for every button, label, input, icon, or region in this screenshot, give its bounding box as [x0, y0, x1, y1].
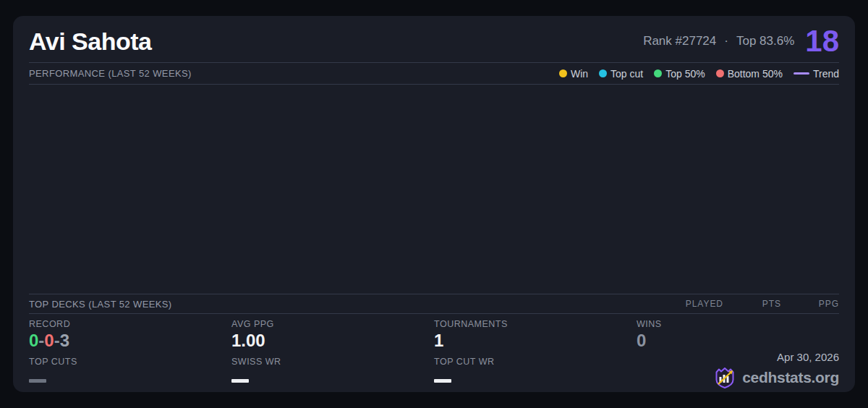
top-cut-dot-icon — [599, 69, 607, 77]
win-dot-icon — [559, 69, 567, 77]
record-draws: 3 — [60, 331, 69, 350]
bottom-50-dot-icon — [716, 69, 724, 77]
rank-area: Rank #27724 · Top 83.6% 18 — [643, 26, 839, 56]
column-ppg: PPG — [781, 299, 839, 309]
top-decks-columns: PLAYED PTS PPG — [665, 299, 839, 309]
record-label: RECORD — [29, 319, 231, 329]
avg-ppg-value: 1.00 — [231, 331, 434, 350]
chart-legend: Win Top cut Top 50% Bottom 50% Trend — [559, 68, 839, 80]
legend-label: Bottom 50% — [728, 68, 783, 80]
tournaments-value: 1 — [434, 331, 637, 350]
card-header: Avi Sahota Rank #27724 · Top 83.6% 18 — [29, 16, 839, 62]
top-cut-wr-label: TOP CUT WR — [434, 357, 637, 367]
column-played: PLAYED — [665, 299, 723, 309]
stat-top-cuts: TOP CUTS — [29, 357, 231, 397]
top-cut-wr-value — [434, 379, 451, 383]
stats-grid: RECORD 0-0-3 AVG PPG 1.00 TOURNAMENTS 1 … — [29, 314, 839, 397]
player-name: Avi Sahota — [29, 27, 151, 56]
top-cuts-label: TOP CUTS — [29, 357, 231, 367]
record-separator: - — [54, 331, 60, 350]
top-cuts-value — [29, 379, 46, 383]
cedhstats-logo-icon — [713, 366, 736, 389]
brand: cedhstats.org — [713, 366, 839, 389]
record-value: 0-0-3 — [29, 331, 231, 350]
top-percent-label: Top 83.6% — [736, 34, 794, 48]
tournaments-label: TOURNAMENTS — [434, 319, 637, 329]
column-pts: PTS — [723, 299, 781, 309]
record-losses: 0 — [44, 331, 54, 350]
stat-record: RECORD 0-0-3 — [29, 319, 231, 357]
top-decks-header-row: TOP DECKS (LAST 52 WEEKS) PLAYED PTS PPG — [29, 294, 839, 314]
wins-value: 0 — [637, 331, 839, 350]
site-name: cedhstats.org — [742, 369, 839, 386]
swiss-wr-value — [231, 379, 249, 383]
legend-label: Top cut — [610, 68, 643, 80]
trend-line-icon — [793, 72, 809, 75]
legend-item-trend: Trend — [793, 68, 839, 80]
stat-top-cut-wr: TOP CUT WR — [434, 357, 637, 397]
legend-label: Trend — [813, 68, 839, 80]
legend-item-top-50: Top 50% — [654, 68, 705, 80]
top-decks-title: TOP DECKS (LAST 52 WEEKS) — [29, 299, 172, 310]
player-stats-card: Avi Sahota Rank #27724 · Top 83.6% 18 PE… — [13, 16, 855, 392]
performance-title: PERFORMANCE (LAST 52 WEEKS) — [29, 68, 192, 79]
player-score: 18 — [805, 26, 839, 56]
performance-chart-area — [29, 85, 839, 294]
legend-item-bottom-50: Bottom 50% — [716, 68, 783, 80]
rank-label: Rank #27724 — [643, 34, 716, 48]
stat-avg-ppg: AVG PPG 1.00 — [231, 319, 434, 357]
legend-item-top-cut: Top cut — [599, 68, 643, 80]
swiss-wr-label: SWISS WR — [231, 357, 434, 367]
rank-separator: · — [723, 34, 730, 48]
stat-swiss-wr: SWISS WR — [231, 357, 434, 397]
legend-label: Win — [571, 68, 588, 80]
performance-header-row: PERFORMANCE (LAST 52 WEEKS) Win Top cut … — [29, 62, 839, 85]
legend-label: Top 50% — [665, 68, 705, 80]
record-wins: 0 — [29, 331, 38, 350]
legend-item-win: Win — [559, 68, 588, 80]
stat-tournaments: TOURNAMENTS 1 — [434, 319, 637, 357]
wins-label: WINS — [637, 319, 839, 329]
footer: Apr 30, 2026 cedhstats.org — [637, 351, 839, 397]
top-50-dot-icon — [654, 69, 662, 77]
generated-date: Apr 30, 2026 — [777, 351, 839, 363]
avg-ppg-label: AVG PPG — [231, 319, 434, 329]
